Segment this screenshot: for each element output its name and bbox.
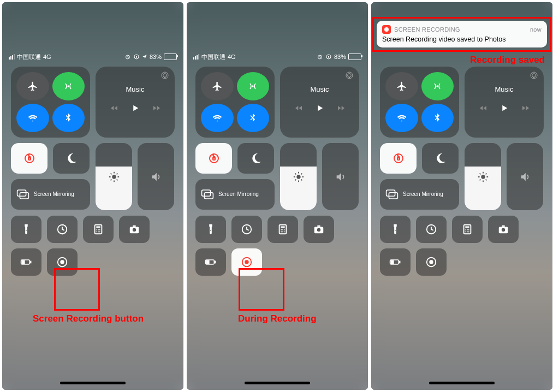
volume-slider[interactable] — [138, 143, 174, 210]
do-not-disturb-button[interactable] — [53, 143, 90, 174]
svg-point-80 — [502, 228, 505, 231]
screen-mirroring-button[interactable]: Screen Mirroring — [11, 179, 90, 210]
svg-point-20 — [98, 231, 99, 233]
flashlight-button[interactable] — [11, 216, 41, 243]
screen-mirroring-button[interactable]: Screen Mirroring — [195, 179, 275, 210]
airplane-mode-button[interactable] — [385, 72, 418, 100]
alarm-icon — [317, 54, 323, 60]
camera-button[interactable] — [119, 216, 150, 243]
svg-point-47 — [282, 229, 283, 230]
notification-banner[interactable]: SCREEN RECORDING now Screen Recording vi… — [377, 21, 547, 47]
brightness-slider[interactable] — [465, 143, 501, 210]
cellular-data-button[interactable] — [421, 72, 454, 100]
timer-button[interactable] — [231, 216, 262, 243]
music-widget[interactable]: Music — [465, 67, 544, 138]
calculator-button[interactable] — [83, 216, 114, 243]
screen-mirroring-button[interactable]: Screen Mirroring — [380, 179, 459, 210]
prev-track-button[interactable] — [110, 104, 118, 115]
camera-button[interactable] — [304, 216, 334, 243]
connectivity-group[interactable] — [195, 67, 275, 138]
timer-button[interactable] — [416, 216, 447, 243]
play-button[interactable] — [315, 103, 325, 115]
notification-time: now — [530, 26, 542, 33]
bluetooth-button[interactable] — [421, 104, 454, 132]
timer-button[interactable] — [47, 216, 78, 243]
screen-mirroring-label: Screen Mirroring — [403, 191, 443, 198]
play-button[interactable] — [130, 103, 140, 115]
camera-button[interactable] — [488, 216, 519, 243]
screen-record-button[interactable] — [47, 248, 78, 276]
record-icon-active — [241, 256, 253, 268]
svg-point-48 — [284, 229, 285, 230]
brightness-slider[interactable] — [280, 143, 317, 210]
wifi-button[interactable] — [16, 104, 49, 132]
home-indicator[interactable] — [60, 382, 126, 384]
svg-point-62 — [532, 74, 536, 78]
do-not-disturb-button[interactable] — [422, 143, 459, 174]
music-title: Music — [311, 85, 329, 93]
annotation-caption: Screen Recording button — [33, 313, 144, 324]
panel-before-recording: 中国联通 4G 83% — [2, 2, 183, 390]
orientation-lock-button[interactable] — [11, 143, 47, 174]
svg-point-3 — [68, 85, 69, 87]
cellular-data-button[interactable] — [52, 72, 85, 100]
network-label: 4G — [228, 54, 236, 60]
svg-point-53 — [317, 228, 320, 231]
wifi-button[interactable] — [385, 104, 418, 132]
airplane-mode-button[interactable] — [16, 72, 49, 100]
svg-rect-9 — [17, 190, 26, 196]
svg-point-86 — [429, 260, 433, 264]
screen-record-button[interactable] — [416, 248, 447, 276]
airplay-audio-icon[interactable] — [160, 71, 169, 80]
flashlight-button[interactable] — [380, 216, 411, 243]
volume-slider[interactable] — [322, 143, 359, 210]
do-not-disturb-button[interactable] — [237, 143, 274, 174]
next-track-button[interactable] — [521, 104, 530, 115]
svg-point-73 — [465, 229, 466, 230]
svg-rect-57 — [206, 261, 209, 264]
calculator-button[interactable] — [267, 216, 298, 243]
cellular-data-button[interactable] — [237, 72, 270, 100]
prev-track-button[interactable] — [479, 104, 487, 115]
music-title: Music — [495, 85, 514, 93]
svg-point-77 — [467, 231, 468, 233]
orientation-lock-button[interactable] — [380, 143, 417, 174]
signal-bars-icon — [9, 54, 15, 60]
screen-record-button-active[interactable] — [231, 248, 262, 276]
airplay-audio-icon[interactable] — [530, 71, 538, 80]
flashlight-button[interactable] — [195, 216, 226, 243]
prev-track-button[interactable] — [294, 104, 303, 115]
calculator-button[interactable] — [452, 216, 483, 243]
bluetooth-button[interactable] — [237, 104, 270, 132]
control-center: Music Screen Mirroring — [195, 67, 359, 276]
airplay-audio-icon[interactable] — [345, 71, 354, 80]
svg-point-46 — [281, 229, 282, 230]
svg-point-74 — [467, 229, 468, 230]
low-power-button[interactable] — [380, 248, 411, 276]
bluetooth-button[interactable] — [52, 104, 85, 132]
connectivity-group[interactable] — [11, 67, 90, 138]
brightness-slider[interactable] — [96, 143, 132, 210]
battery-icon — [164, 54, 177, 60]
home-indicator[interactable] — [245, 382, 310, 384]
music-widget[interactable]: Music — [280, 67, 359, 138]
svg-rect-15 — [96, 227, 100, 228]
volume-slider[interactable] — [507, 143, 543, 210]
low-power-button[interactable] — [195, 248, 226, 276]
svg-rect-26 — [30, 261, 31, 263]
music-widget[interactable]: Music — [96, 67, 175, 138]
svg-point-60 — [437, 85, 438, 87]
airplane-mode-button[interactable] — [201, 72, 234, 100]
next-track-button[interactable] — [152, 104, 161, 115]
annotation-caption: During Recording — [238, 313, 317, 324]
svg-rect-32 — [328, 56, 329, 58]
home-indicator[interactable] — [429, 382, 495, 384]
wifi-button[interactable] — [201, 104, 234, 132]
play-button[interactable] — [499, 103, 509, 115]
svg-point-17 — [98, 229, 99, 230]
next-track-button[interactable] — [337, 104, 346, 115]
low-power-button[interactable] — [11, 248, 41, 276]
battery-icon — [348, 54, 361, 60]
orientation-lock-button[interactable] — [195, 143, 232, 174]
connectivity-group[interactable] — [380, 67, 459, 138]
